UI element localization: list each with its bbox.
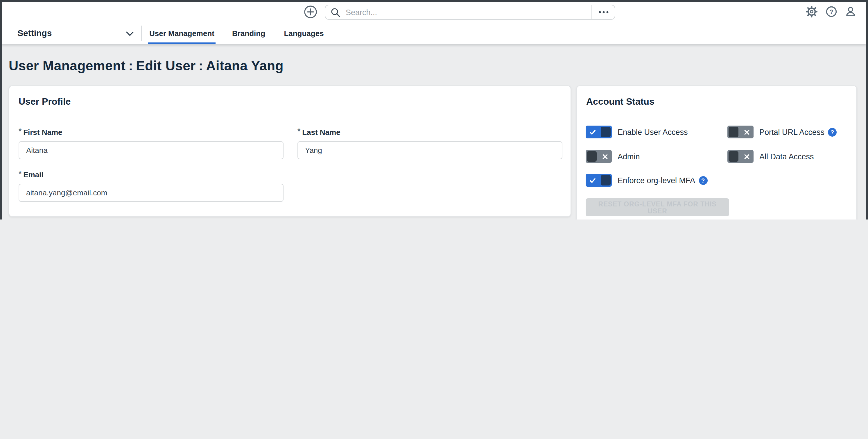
toggle-knob (587, 151, 597, 162)
email-label: *Email (19, 170, 43, 179)
last-name-label: *Last Name (298, 128, 340, 137)
help-circle-icon: ? (826, 6, 837, 18)
check-icon (586, 125, 599, 138)
section-nav-bar: Settings User Management Branding Langua… (2, 23, 866, 44)
tab-user-management[interactable]: User Management (148, 23, 216, 44)
search-options-button[interactable] (592, 5, 615, 19)
page-title: User Management:Edit User:Aitana Yang (9, 58, 283, 74)
search-input[interactable] (344, 7, 591, 17)
settings-gear-button[interactable] (806, 6, 817, 18)
check-icon (586, 174, 599, 187)
help-button[interactable]: ? (826, 6, 837, 18)
ellipsis-icon (597, 9, 609, 15)
enforce-org-mfa-toggle[interactable] (586, 174, 612, 187)
toggle-label: Enable User Access (618, 128, 688, 136)
top-bar: ? (2, 2, 866, 23)
enable-user-access-toggle[interactable] (586, 125, 612, 138)
toggle-knob (601, 175, 611, 185)
title-separator: : (199, 58, 203, 73)
tab-branding[interactable]: Branding (225, 23, 273, 44)
toggle-label: All Data Access (760, 152, 814, 161)
tab-label: Languages (284, 29, 323, 38)
toggle-label: Admin (618, 152, 640, 161)
search-icon (331, 7, 340, 17)
help-icon[interactable]: ? (828, 128, 837, 136)
section-dropdown-label: Settings (18, 28, 52, 38)
x-icon (740, 125, 753, 138)
global-search (325, 5, 615, 20)
toggle-label: Portal URL Access (760, 128, 825, 136)
create-new-button[interactable] (304, 5, 317, 19)
toggle-row: All Data Access (727, 150, 814, 163)
reset-org-mfa-button[interactable]: RESET ORG-LEVEL MFA FOR THIS USER (586, 198, 729, 216)
user-profile-card: User Profile *First Name *Last Name *Ema… (9, 86, 571, 217)
email-input[interactable] (19, 184, 283, 202)
toggle-label: Enforce org-level MFA (618, 176, 695, 185)
account-status-heading: Account Status (586, 96, 654, 107)
required-marker: * (298, 127, 300, 136)
admin-toggle[interactable] (586, 150, 612, 163)
portal-url-access-toggle[interactable] (727, 125, 753, 138)
user-account-button[interactable] (845, 6, 857, 18)
toggle-row: Portal URL Access ? (727, 125, 837, 138)
section-dropdown[interactable]: Settings (2, 23, 141, 44)
all-data-access-toggle[interactable] (727, 150, 753, 163)
x-icon (598, 150, 612, 163)
required-marker: * (19, 169, 22, 178)
app-window: ? Settings User Management Branding Lang… (0, 0, 868, 220)
user-profile-heading: User Profile (19, 96, 71, 107)
toggle-row: Enable User Access (586, 125, 688, 138)
title-part-user: Aitana Yang (206, 58, 283, 73)
person-icon (845, 6, 857, 18)
required-marker: * (19, 127, 22, 136)
plus-circle-icon (304, 5, 317, 19)
title-part-section: User Management (9, 58, 125, 73)
title-part-action: Edit User (136, 58, 196, 73)
first-name-input[interactable] (19, 141, 283, 159)
toggle-knob (728, 151, 738, 162)
title-separator: : (128, 58, 133, 73)
toggle-row: Enforce org-level MFA ? (586, 174, 707, 187)
toggle-knob (601, 127, 611, 137)
toggle-knob (728, 127, 738, 137)
x-icon (740, 150, 753, 163)
tab-label: User Management (149, 29, 214, 38)
tab-languages[interactable]: Languages (282, 23, 326, 44)
last-name-input[interactable] (298, 141, 562, 159)
first-name-label: *First Name (19, 128, 62, 137)
account-status-card: Account Status Enable User Access Portal… (576, 86, 857, 220)
nav-divider (141, 26, 142, 41)
help-icon[interactable]: ? (699, 176, 707, 185)
svg-text:?: ? (829, 8, 833, 16)
chevron-down-icon (126, 31, 134, 36)
toggle-row: Admin (586, 150, 640, 163)
gear-icon (806, 6, 817, 18)
tab-label: Branding (232, 29, 265, 38)
